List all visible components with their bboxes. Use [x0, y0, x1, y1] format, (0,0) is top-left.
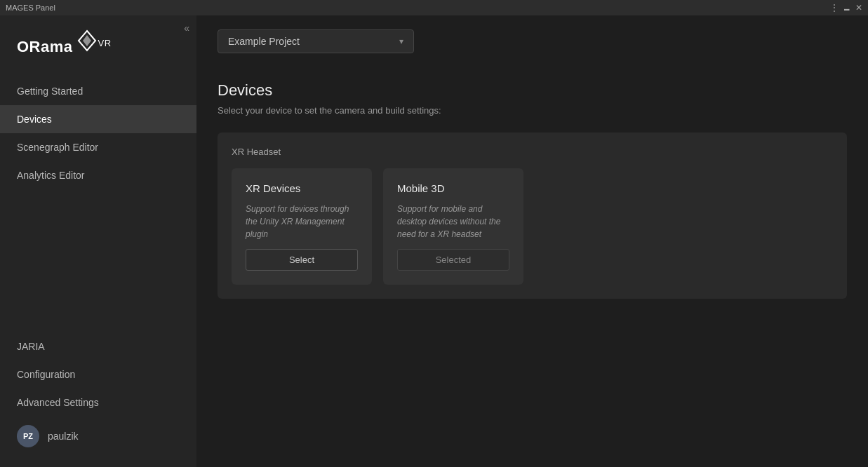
sidebar-item-jaria[interactable]: JARIA	[0, 332, 196, 360]
xr-select-button[interactable]: Select	[246, 249, 358, 271]
svg-marker-1	[83, 35, 91, 46]
sidebar-item-advanced-settings[interactable]: Advanced Settings	[0, 388, 196, 417]
minimize-icon[interactable]: 🗕	[843, 4, 851, 12]
device-card-xr: XR Devices Support for devices through t…	[232, 168, 372, 285]
device-cards: XR Devices Support for devices through t…	[232, 168, 833, 285]
sidebar-item-scenegraph-editor[interactable]: Scenegraph Editor	[0, 133, 196, 161]
project-dropdown[interactable]: Example Project ▾	[218, 29, 414, 53]
main-layout: « ORama VR Getting Started Devices Scene…	[0, 15, 868, 467]
sidebar-item-getting-started[interactable]: Getting Started	[0, 77, 196, 105]
sidebar-bottom: JARIA Configuration Advanced Settings PZ…	[0, 332, 196, 467]
device-card-mobile: Mobile 3D Support for mobile and desktop…	[383, 168, 523, 285]
sidebar-nav: Getting Started Devices Scenegraph Edito…	[0, 77, 196, 332]
section-label: XR Headset	[232, 147, 833, 157]
user-area[interactable]: PZ paulzik	[0, 417, 196, 456]
project-dropdown-label: Example Project	[228, 36, 300, 47]
sidebar-item-devices[interactable]: Devices	[0, 105, 196, 133]
device-card-mobile-desc: Support for mobile and desktop devices w…	[397, 203, 509, 241]
device-card-mobile-title: Mobile 3D	[397, 182, 509, 194]
dropdown-arrow-icon: ▾	[399, 36, 403, 46]
content-area: Example Project ▾ Devices Select your de…	[196, 15, 868, 467]
title-bar-left: MAGES Panel	[6, 4, 55, 12]
page-title: Devices	[218, 81, 847, 100]
content-body: Devices Select your device to set the ca…	[196, 67, 868, 467]
title-bar: MAGES Panel ⋮ 🗕 ✕	[0, 0, 868, 15]
device-card-xr-desc: Support for devices through the Unity XR…	[246, 203, 358, 241]
close-icon[interactable]: ✕	[855, 4, 862, 12]
content-header: Example Project ▾	[196, 15, 868, 67]
mobile-selected-button: Selected	[397, 249, 509, 271]
logo-text: ORama VR	[17, 29, 112, 56]
menu-icon[interactable]: ⋮	[830, 4, 839, 12]
title-bar-controls: ⋮ 🗕 ✕	[830, 4, 862, 12]
page-subtitle: Select your device to set the camera and…	[218, 105, 847, 116]
sidebar-item-configuration[interactable]: Configuration	[0, 360, 196, 388]
device-section: XR Headset XR Devices Support for device…	[218, 133, 847, 299]
avatar: PZ	[17, 425, 39, 447]
device-card-xr-title: XR Devices	[246, 182, 358, 194]
username: paulzik	[48, 431, 79, 442]
sidebar: « ORama VR Getting Started Devices Scene…	[0, 15, 196, 467]
sidebar-item-analytics-editor[interactable]: Analytics Editor	[0, 161, 196, 189]
title-bar-title: MAGES Panel	[6, 4, 55, 12]
logo-area: ORama VR	[0, 15, 196, 77]
sidebar-collapse-button[interactable]: «	[184, 22, 189, 34]
